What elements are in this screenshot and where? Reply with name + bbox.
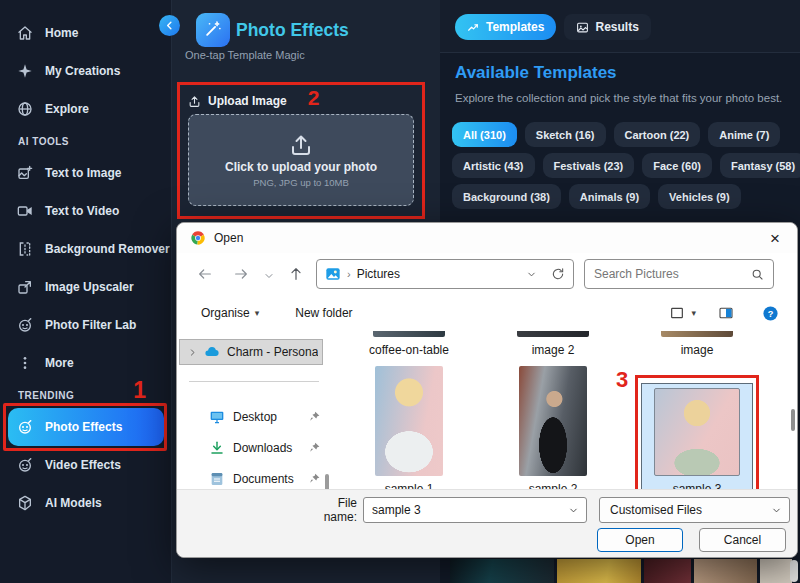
chart-icon — [467, 21, 480, 34]
chip-row: All (310) Sketch (16) Cartoon (22) Anime… — [452, 122, 794, 147]
template-thumbnail[interactable] — [694, 559, 757, 583]
category-chip[interactable]: Anime (7) — [708, 122, 780, 147]
file-item-partial[interactable]: image 2 — [497, 331, 609, 357]
file-item[interactable]: sample 3 3 — [641, 383, 753, 489]
app-scrollbar[interactable] — [790, 560, 798, 582]
breadcrumb[interactable]: Pictures — [357, 267, 520, 281]
sidebar-item[interactable]: Background Remover 1 — [8, 230, 164, 268]
page-title: Photo Effects — [236, 20, 349, 41]
file-thumbnail-partial — [661, 331, 733, 337]
chevron-down-icon[interactable] — [526, 269, 537, 280]
sidebar-item[interactable]: Image Upscaler 1 — [8, 268, 164, 306]
arrow-right-icon[interactable] — [233, 266, 249, 282]
view-grid-icon[interactable] — [669, 305, 685, 321]
text-image-icon — [17, 165, 33, 181]
dialog-command-bar: Organise ▾ New folder ▾ ? — [177, 295, 797, 331]
dialog-file-area: coffee-on-table image 2 image — [329, 331, 797, 489]
sidebar-group: Home 1 My Creations 1 — [0, 14, 171, 128]
dialog-title: Open — [214, 231, 243, 245]
template-thumbnail[interactable] — [450, 559, 554, 583]
category-chip[interactable]: Background (38) — [452, 184, 561, 209]
category-chip[interactable]: Festivals (23) — [543, 153, 635, 178]
category-chip[interactable]: Animals (9) — [569, 184, 650, 209]
category-chip[interactable]: Face (60) — [642, 153, 712, 178]
sidebar-item[interactable]: My Creations 1 — [8, 52, 164, 90]
chip-row: Artistic (43) Festivals (23) Face (60) F… — [452, 153, 794, 178]
close-icon[interactable]: × — [766, 228, 784, 249]
file-item[interactable]: sample 1 3 — [353, 361, 465, 489]
documents-icon — [209, 471, 225, 487]
template-thumbnail[interactable] — [760, 559, 792, 583]
file-item-partial[interactable]: coffee-on-table — [353, 331, 465, 357]
dialog-buttons: Open Cancel — [177, 528, 797, 552]
sidebar-item[interactable]: Text to Video 1 — [8, 192, 164, 230]
sidebar-item[interactable]: Video Effects 1 — [8, 446, 164, 484]
nav-item-onedrive[interactable]: Charm - Persona — [179, 339, 323, 365]
open-button[interactable]: Open — [597, 528, 683, 552]
chevron-down-icon[interactable] — [263, 268, 275, 280]
category-chip[interactable]: Vehicles (9) — [658, 184, 741, 209]
sidebar-item-label: Photo Filter Lab — [45, 318, 136, 332]
address-bar[interactable]: › Pictures — [316, 259, 574, 289]
tab[interactable]: Results — [564, 14, 650, 40]
dialog-titlebar: Open × — [177, 223, 797, 253]
file-item-partial[interactable]: image — [641, 331, 753, 357]
template-thumbnail[interactable] — [644, 559, 691, 583]
preview-pane-icon[interactable] — [718, 305, 734, 321]
template-category-chips: All (310) Sketch (16) Cartoon (22) Anime… — [452, 122, 794, 215]
cloud-icon — [204, 344, 220, 360]
nav-folder-item[interactable]: Desktop — [177, 401, 321, 432]
wand-icon — [204, 19, 223, 42]
template-thumbnail[interactable] — [557, 559, 641, 583]
category-chip[interactable]: Cartoon (22) — [614, 122, 701, 147]
chevron-down-icon[interactable] — [568, 505, 579, 516]
sidebar-group-items: Photo Effects 1 Video Effects 1 — [0, 408, 171, 522]
sidebar-item[interactable]: AI Models 1 — [8, 484, 164, 522]
sidebar-item-label: My Creations — [45, 64, 120, 78]
sidebar-item-label: Photo Effects — [45, 420, 122, 434]
file-type-select[interactable]: Customised Files — [599, 497, 790, 523]
annotation-digit-3: 3 — [616, 367, 628, 393]
sidebar-item[interactable]: Text to Image 1 — [8, 154, 164, 192]
sidebar-item-label: Home — [45, 26, 78, 40]
file-thumbnail-partial — [373, 331, 445, 337]
arrow-up-icon[interactable] — [288, 266, 304, 282]
pin-icon — [308, 410, 321, 423]
category-chip[interactable]: Fantasy (58) — [720, 153, 800, 178]
nav-folder-item[interactable]: Downloads — [177, 432, 321, 463]
upload-icon — [188, 95, 201, 108]
help-icon[interactable]: ? — [762, 305, 779, 322]
sidebar-group-items: Home 1 My Creations 1 — [0, 14, 171, 128]
arrow-left-icon[interactable] — [197, 266, 213, 282]
refresh-icon[interactable] — [551, 267, 565, 281]
sidebar-item[interactable]: Home 1 — [8, 14, 164, 52]
tab-label: Templates — [486, 20, 544, 34]
caret-down-icon: ▾ — [255, 308, 260, 318]
dialog-toolbar: › Pictures Search Pictures — [177, 253, 797, 295]
search-box[interactable]: Search Pictures — [584, 259, 774, 289]
breadcrumb-separator: › — [347, 268, 351, 280]
new-folder-button[interactable]: New folder — [295, 306, 352, 320]
photo-effects-logo — [196, 13, 230, 47]
sidebar-item[interactable]: Photo Effects 1 — [8, 408, 164, 446]
file-name-input[interactable]: sample 3 — [363, 497, 587, 523]
sidebar-item[interactable]: Explore 1 — [8, 90, 164, 128]
category-chip[interactable]: All (310) — [452, 122, 517, 147]
upload-dropzone[interactable]: Click to upload your photo PNG, JPG up t… — [188, 114, 414, 206]
more-dots-icon — [17, 355, 33, 371]
sidebar-collapse-button[interactable] — [159, 15, 180, 36]
file-area-scrollbar[interactable] — [791, 409, 795, 431]
sidebar-item[interactable]: Photo Filter Lab 1 — [8, 306, 164, 344]
category-chip[interactable]: Sketch (16) — [525, 122, 606, 147]
category-chip[interactable]: Artistic (43) — [452, 153, 535, 178]
upload-section-label: Upload Image — [208, 94, 287, 108]
tab[interactable]: Templates — [455, 14, 556, 40]
chevron-right-icon[interactable] — [188, 348, 197, 357]
upload-hint-text: PNG, JPG up to 10MB — [253, 177, 349, 188]
caret-down-icon[interactable]: ▾ — [691, 308, 696, 318]
upload-cta-text: Click to upload your photo — [225, 160, 377, 174]
nav-folder-item[interactable]: Documents — [177, 463, 321, 489]
cancel-button[interactable]: Cancel — [699, 528, 786, 552]
file-item[interactable]: sample 2 3 — [497, 361, 609, 489]
organise-menu[interactable]: Organise ▾ — [201, 306, 259, 320]
